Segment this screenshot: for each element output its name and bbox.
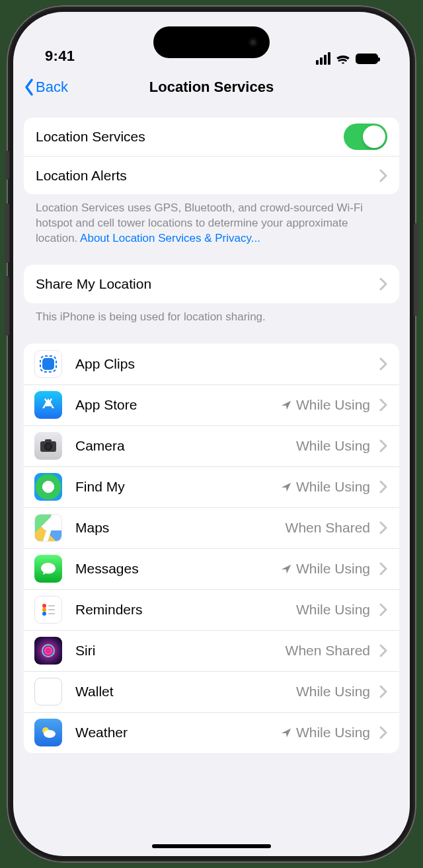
camera-app-icon: [34, 432, 62, 460]
app-status-label: While Using: [280, 725, 370, 741]
chevron-right-icon: [379, 562, 387, 575]
status-time: 9:41: [45, 48, 75, 65]
app-row-siri[interactable]: SiriWhen Shared: [24, 630, 399, 671]
appstore-app-icon: [34, 391, 62, 419]
app-name-label: Camera: [75, 438, 296, 454]
chevron-right-icon: [379, 480, 387, 493]
messages-app-icon: [34, 555, 62, 583]
app-name-label: Weather: [75, 725, 280, 741]
location-alerts-row[interactable]: Location Alerts: [24, 156, 399, 194]
location-arrow-icon: [280, 399, 292, 411]
app-name-label: Reminders: [75, 602, 296, 618]
app-status-label: When Shared: [286, 643, 370, 659]
svg-point-13: [45, 647, 52, 654]
app-row-weather[interactable]: WeatherWhile Using: [24, 712, 399, 753]
location-services-toggle-row[interactable]: Location Services: [24, 118, 399, 156]
reminders-app-icon: [34, 596, 62, 624]
settings-group-main: Location Services Location Alerts: [24, 118, 399, 194]
cellular-signal-icon: [316, 52, 330, 65]
footer-text-main: Location Services uses GPS, Bluetooth, a…: [24, 194, 399, 246]
chevron-right-icon: [379, 357, 387, 371]
app-row-appclips[interactable]: App Clips: [24, 344, 399, 384]
app-row-wallet[interactable]: WalletWhile Using: [24, 671, 399, 712]
app-name-label: Maps: [75, 520, 286, 536]
dynamic-island: [153, 26, 270, 58]
findmy-app-icon: [34, 473, 62, 501]
app-row-appstore[interactable]: App StoreWhile Using: [24, 384, 399, 425]
footer-text-share: This iPhone is being used for location s…: [24, 303, 399, 325]
row-label: Location Alerts: [36, 168, 370, 184]
app-row-messages[interactable]: MessagesWhile Using: [24, 548, 399, 589]
settings-group-share: Share My Location: [24, 265, 399, 303]
app-name-label: App Clips: [75, 356, 370, 372]
location-arrow-icon: [280, 563, 292, 575]
chevron-right-icon: [379, 685, 387, 698]
app-status-label: While Using: [296, 602, 370, 618]
app-status-label: While Using: [296, 684, 370, 700]
siri-app-icon: [34, 637, 62, 665]
svg-rect-5: [45, 439, 52, 443]
svg-rect-10: [48, 609, 55, 610]
svg-point-15: [44, 730, 56, 738]
chevron-right-icon: [379, 726, 387, 739]
chevron-right-icon: [379, 169, 387, 182]
wifi-icon: [336, 54, 350, 64]
location-services-toggle[interactable]: [344, 124, 387, 150]
svg-point-6: [42, 604, 46, 608]
app-row-maps[interactable]: MapsWhen Shared: [24, 507, 399, 548]
chevron-right-icon: [379, 521, 387, 534]
svg-point-7: [42, 608, 46, 612]
svg-rect-11: [48, 613, 55, 614]
svg-point-8: [42, 612, 46, 616]
settings-group-apps: App ClipsApp StoreWhile UsingCameraWhile…: [24, 344, 399, 753]
row-label: Share My Location: [36, 276, 370, 292]
app-status-label: While Using: [296, 438, 370, 454]
svg-rect-0: [42, 358, 54, 370]
row-label: Location Services: [36, 129, 344, 145]
app-status-label: While Using: [280, 561, 370, 577]
app-name-label: Find My: [75, 479, 280, 495]
app-name-label: App Store: [75, 397, 280, 413]
back-button[interactable]: Back: [24, 69, 68, 106]
navigation-bar: Back Location Services: [13, 69, 410, 106]
maps-app-icon: [34, 514, 62, 542]
app-status-label: When Shared: [286, 520, 370, 536]
svg-point-4: [46, 444, 51, 449]
svg-point-12: [42, 645, 54, 657]
wallet-app-icon: [34, 678, 62, 705]
app-name-label: Siri: [75, 643, 286, 659]
chevron-right-icon: [379, 603, 387, 616]
battery-icon: [356, 54, 378, 64]
location-arrow-icon: [280, 481, 292, 493]
app-row-reminders[interactable]: RemindersWhile Using: [24, 589, 399, 630]
chevron-right-icon: [379, 277, 387, 291]
app-name-label: Wallet: [75, 684, 296, 700]
about-location-privacy-link[interactable]: About Location Services & Privacy...: [80, 232, 260, 244]
svg-rect-9: [48, 605, 55, 606]
chevron-right-icon: [379, 644, 387, 657]
chevron-left-icon: [24, 78, 34, 96]
location-arrow-icon: [280, 727, 292, 739]
chevron-right-icon: [379, 439, 387, 452]
back-label: Back: [36, 79, 68, 96]
appclips-app-icon: [34, 350, 62, 378]
app-row-camera[interactable]: CameraWhile Using: [24, 425, 399, 466]
weather-app-icon: [34, 719, 62, 746]
app-status-label: While Using: [280, 397, 370, 413]
app-status-label: While Using: [280, 479, 370, 495]
app-row-findmy[interactable]: Find MyWhile Using: [24, 466, 399, 507]
chevron-right-icon: [379, 398, 387, 412]
home-indicator[interactable]: [152, 844, 271, 848]
app-name-label: Messages: [75, 561, 280, 577]
share-my-location-row[interactable]: Share My Location: [24, 265, 399, 303]
page-title: Location Services: [149, 79, 274, 96]
